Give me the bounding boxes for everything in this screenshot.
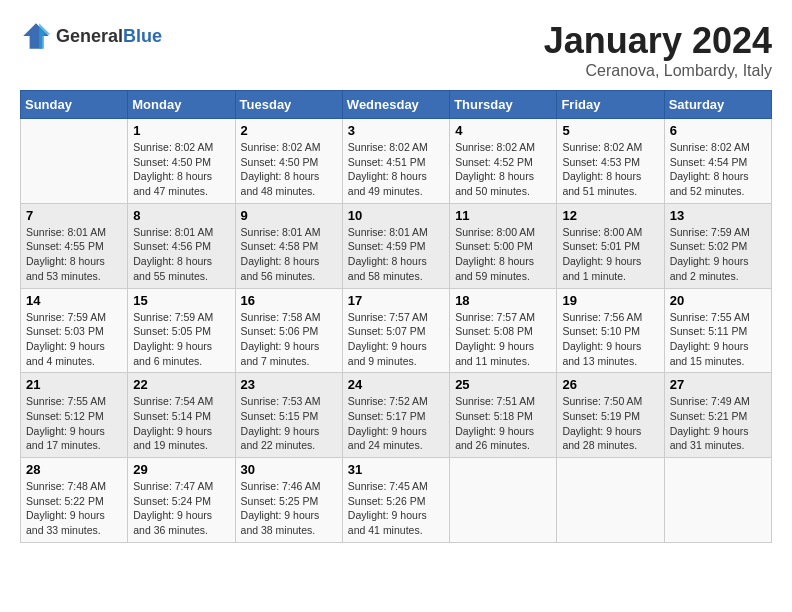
day-info: Sunrise: 7:59 AMSunset: 5:03 PMDaylight:… [26,310,122,369]
page-header: GeneralBlue January 2024 Ceranova, Lomba… [20,20,772,80]
day-info: Sunrise: 7:52 AMSunset: 5:17 PMDaylight:… [348,394,444,453]
week-row-3: 14Sunrise: 7:59 AMSunset: 5:03 PMDayligh… [21,288,772,373]
calendar-cell: 22Sunrise: 7:54 AMSunset: 5:14 PMDayligh… [128,373,235,458]
calendar-cell: 31Sunrise: 7:45 AMSunset: 5:26 PMDayligh… [342,458,449,543]
day-number: 21 [26,377,122,392]
day-number: 18 [455,293,551,308]
calendar-cell: 23Sunrise: 7:53 AMSunset: 5:15 PMDayligh… [235,373,342,458]
calendar-cell: 19Sunrise: 7:56 AMSunset: 5:10 PMDayligh… [557,288,664,373]
day-info: Sunrise: 7:48 AMSunset: 5:22 PMDaylight:… [26,479,122,538]
day-info: Sunrise: 8:02 AMSunset: 4:50 PMDaylight:… [133,140,229,199]
calendar-cell: 2Sunrise: 8:02 AMSunset: 4:50 PMDaylight… [235,119,342,204]
day-info: Sunrise: 8:00 AMSunset: 5:00 PMDaylight:… [455,225,551,284]
day-number: 1 [133,123,229,138]
calendar-cell: 20Sunrise: 7:55 AMSunset: 5:11 PMDayligh… [664,288,771,373]
week-row-1: 1Sunrise: 8:02 AMSunset: 4:50 PMDaylight… [21,119,772,204]
weekday-row: SundayMondayTuesdayWednesdayThursdayFrid… [21,91,772,119]
day-info: Sunrise: 8:01 AMSunset: 4:56 PMDaylight:… [133,225,229,284]
day-number: 13 [670,208,766,223]
day-info: Sunrise: 8:02 AMSunset: 4:53 PMDaylight:… [562,140,658,199]
calendar-cell: 30Sunrise: 7:46 AMSunset: 5:25 PMDayligh… [235,458,342,543]
day-info: Sunrise: 7:55 AMSunset: 5:12 PMDaylight:… [26,394,122,453]
calendar-cell: 27Sunrise: 7:49 AMSunset: 5:21 PMDayligh… [664,373,771,458]
day-info: Sunrise: 8:02 AMSunset: 4:50 PMDaylight:… [241,140,337,199]
week-row-2: 7Sunrise: 8:01 AMSunset: 4:55 PMDaylight… [21,203,772,288]
day-info: Sunrise: 8:01 AMSunset: 4:59 PMDaylight:… [348,225,444,284]
day-number: 5 [562,123,658,138]
weekday-header-sunday: Sunday [21,91,128,119]
logo: GeneralBlue [20,20,162,52]
calendar-cell: 1Sunrise: 8:02 AMSunset: 4:50 PMDaylight… [128,119,235,204]
day-number: 31 [348,462,444,477]
calendar-cell: 9Sunrise: 8:01 AMSunset: 4:58 PMDaylight… [235,203,342,288]
day-info: Sunrise: 7:57 AMSunset: 5:07 PMDaylight:… [348,310,444,369]
logo-blue: Blue [123,26,162,46]
day-number: 28 [26,462,122,477]
day-number: 30 [241,462,337,477]
calendar-cell: 10Sunrise: 8:01 AMSunset: 4:59 PMDayligh… [342,203,449,288]
calendar-cell: 3Sunrise: 8:02 AMSunset: 4:51 PMDaylight… [342,119,449,204]
weekday-header-thursday: Thursday [450,91,557,119]
calendar-cell: 26Sunrise: 7:50 AMSunset: 5:19 PMDayligh… [557,373,664,458]
logo-icon [20,20,52,52]
weekday-header-tuesday: Tuesday [235,91,342,119]
calendar-cell: 18Sunrise: 7:57 AMSunset: 5:08 PMDayligh… [450,288,557,373]
day-info: Sunrise: 7:53 AMSunset: 5:15 PMDaylight:… [241,394,337,453]
day-number: 2 [241,123,337,138]
month-title: January 2024 [544,20,772,62]
day-number: 6 [670,123,766,138]
day-number: 10 [348,208,444,223]
calendar-cell: 28Sunrise: 7:48 AMSunset: 5:22 PMDayligh… [21,458,128,543]
day-info: Sunrise: 7:55 AMSunset: 5:11 PMDaylight:… [670,310,766,369]
title-area: January 2024 Ceranova, Lombardy, Italy [544,20,772,80]
day-number: 9 [241,208,337,223]
day-info: Sunrise: 8:01 AMSunset: 4:55 PMDaylight:… [26,225,122,284]
day-number: 23 [241,377,337,392]
calendar-table: SundayMondayTuesdayWednesdayThursdayFrid… [20,90,772,543]
calendar-cell: 7Sunrise: 8:01 AMSunset: 4:55 PMDaylight… [21,203,128,288]
day-info: Sunrise: 7:49 AMSunset: 5:21 PMDaylight:… [670,394,766,453]
day-info: Sunrise: 7:57 AMSunset: 5:08 PMDaylight:… [455,310,551,369]
calendar-cell: 17Sunrise: 7:57 AMSunset: 5:07 PMDayligh… [342,288,449,373]
day-number: 17 [348,293,444,308]
day-number: 16 [241,293,337,308]
calendar-cell [664,458,771,543]
day-number: 20 [670,293,766,308]
day-number: 19 [562,293,658,308]
calendar-cell: 13Sunrise: 7:59 AMSunset: 5:02 PMDayligh… [664,203,771,288]
calendar-cell: 4Sunrise: 8:02 AMSunset: 4:52 PMDaylight… [450,119,557,204]
day-number: 25 [455,377,551,392]
calendar-cell: 21Sunrise: 7:55 AMSunset: 5:12 PMDayligh… [21,373,128,458]
day-info: Sunrise: 8:01 AMSunset: 4:58 PMDaylight:… [241,225,337,284]
calendar-cell: 6Sunrise: 8:02 AMSunset: 4:54 PMDaylight… [664,119,771,204]
calendar-cell: 11Sunrise: 8:00 AMSunset: 5:00 PMDayligh… [450,203,557,288]
day-info: Sunrise: 8:02 AMSunset: 4:52 PMDaylight:… [455,140,551,199]
day-number: 24 [348,377,444,392]
day-info: Sunrise: 7:46 AMSunset: 5:25 PMDaylight:… [241,479,337,538]
day-info: Sunrise: 7:54 AMSunset: 5:14 PMDaylight:… [133,394,229,453]
day-number: 22 [133,377,229,392]
day-number: 12 [562,208,658,223]
day-number: 14 [26,293,122,308]
weekday-header-monday: Monday [128,91,235,119]
weekday-header-wednesday: Wednesday [342,91,449,119]
day-info: Sunrise: 7:50 AMSunset: 5:19 PMDaylight:… [562,394,658,453]
day-number: 26 [562,377,658,392]
calendar-cell: 14Sunrise: 7:59 AMSunset: 5:03 PMDayligh… [21,288,128,373]
day-number: 3 [348,123,444,138]
day-info: Sunrise: 7:59 AMSunset: 5:02 PMDaylight:… [670,225,766,284]
week-row-5: 28Sunrise: 7:48 AMSunset: 5:22 PMDayligh… [21,458,772,543]
location-title: Ceranova, Lombardy, Italy [544,62,772,80]
calendar-cell: 29Sunrise: 7:47 AMSunset: 5:24 PMDayligh… [128,458,235,543]
calendar-cell [557,458,664,543]
logo-general: General [56,26,123,46]
calendar-cell: 5Sunrise: 8:02 AMSunset: 4:53 PMDaylight… [557,119,664,204]
calendar-cell: 16Sunrise: 7:58 AMSunset: 5:06 PMDayligh… [235,288,342,373]
weekday-header-friday: Friday [557,91,664,119]
calendar-cell: 24Sunrise: 7:52 AMSunset: 5:17 PMDayligh… [342,373,449,458]
calendar-cell: 12Sunrise: 8:00 AMSunset: 5:01 PMDayligh… [557,203,664,288]
day-number: 7 [26,208,122,223]
calendar-cell [450,458,557,543]
day-number: 11 [455,208,551,223]
day-info: Sunrise: 8:02 AMSunset: 4:51 PMDaylight:… [348,140,444,199]
